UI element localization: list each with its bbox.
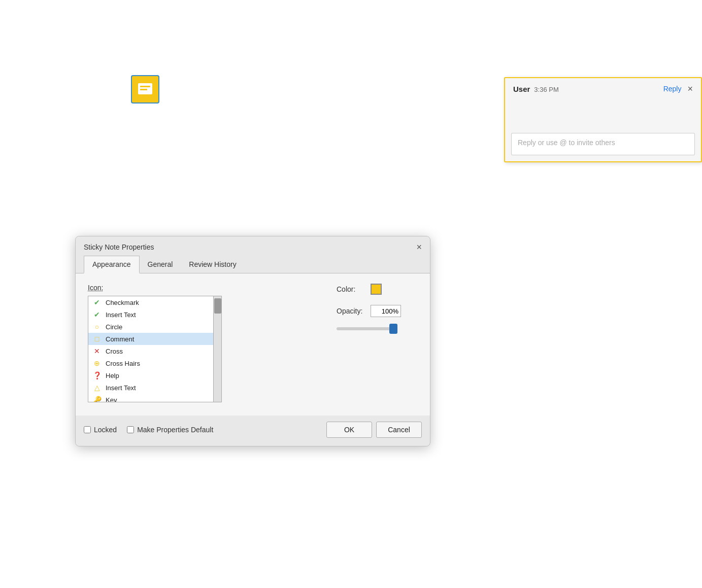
comment-header-right: Reply ×	[663, 84, 693, 93]
sticky-note-properties-dialog: Sticky Note Properties × Appearance Gene…	[75, 236, 430, 446]
icon-list[interactable]: ✔ Checkmark ✔ Insert Text ○ Circle □	[88, 296, 214, 402]
list-item[interactable]: △ Insert Text	[88, 382, 213, 394]
comment-body	[505, 98, 701, 129]
icon-item-label: Help	[106, 372, 119, 379]
list-item[interactable]: ○ Circle	[88, 321, 213, 333]
list-item[interactable]: ⊕ Cross Hairs	[88, 357, 213, 369]
opacity-slider-thumb[interactable]	[389, 324, 397, 334]
circle-icon: ○	[92, 323, 102, 331]
opacity-label: Opacity:	[337, 307, 364, 315]
cancel-button[interactable]: Cancel	[376, 422, 422, 438]
insert-text-icon: ✔	[92, 310, 102, 319]
comment-reply-button[interactable]: Reply	[663, 85, 682, 93]
dialog-titlebar: Sticky Note Properties ×	[76, 236, 430, 256]
dialog-content: Icon: ✔ Checkmark ✔ Insert Text ○	[76, 273, 430, 416]
sticky-note-annotation[interactable]	[131, 75, 159, 103]
opacity-slider-track[interactable]	[337, 327, 397, 330]
svg-rect-3	[140, 89, 147, 90]
comment-close-button[interactable]: ×	[687, 84, 693, 93]
color-label: Color:	[337, 285, 364, 293]
cross-icon: ✕	[92, 347, 102, 355]
svg-rect-2	[140, 86, 150, 87]
list-item[interactable]: ✔ Checkmark	[88, 296, 213, 308]
footer-buttons: OK Cancel	[326, 422, 422, 438]
make-default-checkbox[interactable]	[127, 426, 134, 433]
locked-checkbox[interactable]	[84, 426, 91, 433]
appearance-section: Icon: ✔ Checkmark ✔ Insert Text ○	[88, 284, 418, 402]
icon-item-label: Insert Text	[106, 311, 136, 319]
help-icon: ❓	[92, 371, 102, 379]
comment-header: User 3:36 PM Reply ×	[505, 78, 701, 98]
icon-item-label: Cross	[106, 348, 123, 355]
opacity-input[interactable]	[371, 305, 401, 317]
list-item[interactable]: □ Comment	[88, 333, 213, 345]
icon-list-container: ✔ Checkmark ✔ Insert Text ○ Circle □	[88, 296, 316, 402]
icon-item-label: Insert Text	[106, 384, 136, 392]
footer-left: Locked Make Properties Default	[84, 426, 213, 434]
tab-review-history[interactable]: Review History	[181, 256, 244, 273]
icon-label: Icon:	[88, 284, 316, 292]
list-item[interactable]: ❓ Help	[88, 369, 213, 382]
color-swatch[interactable]	[371, 284, 382, 295]
list-item[interactable]: ✔ Insert Text	[88, 308, 213, 321]
color-opacity-section: Color: Opacity:	[337, 284, 418, 402]
icon-item-label: Cross Hairs	[106, 360, 140, 367]
checkmark-icon: ✔	[92, 298, 102, 306]
scrollbar-thumb	[214, 298, 221, 314]
icon-section: Icon: ✔ Checkmark ✔ Insert Text ○	[88, 284, 316, 402]
make-default-checkbox-row[interactable]: Make Properties Default	[127, 426, 213, 434]
tab-general[interactable]: General	[140, 256, 181, 273]
insert-text-triangle-icon: △	[92, 384, 102, 392]
color-row: Color:	[337, 284, 418, 295]
opacity-row: Opacity:	[337, 305, 418, 317]
locked-label: Locked	[94, 426, 117, 434]
comment-time: 3:36 PM	[534, 86, 558, 93]
dialog-title: Sticky Note Properties	[84, 243, 154, 251]
crosshairs-icon: ⊕	[92, 359, 102, 367]
list-item[interactable]: 🔑 Key	[88, 394, 213, 402]
comment-reply-input[interactable]: Reply or use @ to invite others	[511, 133, 695, 155]
tab-appearance[interactable]: Appearance	[84, 256, 140, 273]
comment-user: User	[513, 85, 530, 93]
comment-icon	[137, 81, 153, 97]
key-icon: 🔑	[92, 396, 102, 402]
locked-checkbox-row[interactable]: Locked	[84, 426, 117, 434]
comment-popup: User 3:36 PM Reply × Reply or use @ to i…	[504, 77, 702, 162]
icon-item-label: Comment	[106, 335, 134, 343]
list-item[interactable]: ✕ Cross	[88, 345, 213, 357]
comment-list-icon: □	[92, 335, 102, 343]
dialog-tabs: Appearance General Review History	[76, 256, 430, 273]
icon-item-label: Key	[106, 396, 117, 403]
icon-item-label: Circle	[106, 323, 122, 331]
ok-button[interactable]: OK	[326, 422, 372, 438]
icon-item-label: Checkmark	[106, 299, 139, 306]
list-scrollbar[interactable]	[214, 296, 222, 402]
make-default-label: Make Properties Default	[137, 426, 213, 434]
dialog-footer: Locked Make Properties Default OK Cancel	[76, 416, 430, 446]
dialog-close-button[interactable]: ×	[416, 243, 422, 252]
comment-header-left: User 3:36 PM	[513, 85, 559, 93]
